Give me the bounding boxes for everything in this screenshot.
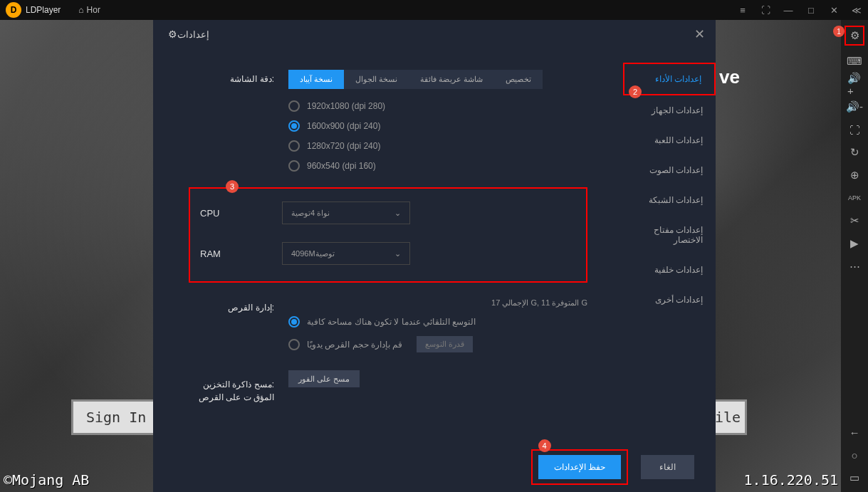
modal-title: إعدادات: [177, 29, 209, 40]
close-icon[interactable]: ✕: [822, 0, 845, 20]
scissors-icon[interactable]: ✂: [847, 214, 862, 228]
game-text: ve: [719, 66, 740, 88]
close-button[interactable]: ✕: [694, 26, 705, 42]
resolution-tab-0[interactable]: نسخة آيباد: [288, 70, 344, 89]
gear-icon: ⚙: [168, 28, 177, 40]
minimize-icon[interactable]: —: [777, 0, 800, 20]
radio-icon: [288, 140, 300, 152]
volume-down-icon[interactable]: 🔊-: [847, 100, 862, 114]
resolution-tab-1[interactable]: نسخة الجوال: [344, 70, 409, 89]
back-icon[interactable]: ←: [847, 425, 862, 439]
right-sidebar: 1 ⚙ ⌨ 🔊+ 🔊- ⛶ ↻ ⊕ APK ✂ ▶ ⋯ ← ○ ▭: [841, 20, 868, 492]
settings-highlight: 1 ⚙: [845, 26, 864, 46]
keyboard-icon[interactable]: ⌨: [847, 54, 862, 68]
recent-icon[interactable]: ▭: [847, 471, 862, 485]
resolution-option-2[interactable]: 1280x720 (dpi 240): [288, 140, 587, 152]
cpu-ram-highlight: 3 CPU ⌄ نواة 4توصية RAM ⌄ توصية4096M: [189, 187, 587, 283]
fullscreen-icon[interactable]: ⛶: [847, 122, 862, 137]
sync-icon[interactable]: ↻: [847, 145, 862, 159]
clear-cache-button[interactable]: مسح على الفور: [288, 370, 360, 387]
nav-item-0[interactable]: إعدادات الأداء2: [623, 63, 716, 95]
home-tab[interactable]: ⌂ Hor: [78, 5, 100, 15]
ldplayer-logo-icon: D: [6, 2, 21, 18]
cpu-select[interactable]: ⌄ نواة 4توصية: [282, 201, 410, 224]
radio-icon: [288, 160, 300, 172]
radio-icon: [288, 120, 300, 132]
badge-2: 2: [629, 85, 642, 98]
cancel-button[interactable]: الغاء: [641, 455, 694, 479]
nav-item-3[interactable]: إعدادات الصوت: [623, 155, 716, 185]
badge-3: 3: [226, 180, 239, 193]
nav-item-7[interactable]: إعدادات أخرى: [623, 285, 716, 315]
menu-icon[interactable]: ≡: [731, 0, 754, 20]
resolution-tab-2[interactable]: شاشة عريضة فائقة: [409, 70, 494, 89]
nav-item-4[interactable]: إعدادات الشبكة: [623, 185, 716, 215]
maximize-icon[interactable]: □: [800, 0, 822, 20]
version: 1.16.220.51: [744, 471, 838, 488]
cache-label: :مسح ذاكرة التخزين المؤق ت على القرص: [189, 374, 274, 404]
disk-manual-option[interactable]: قم بإدارة حجم القرص يدويًا قدرة التوسع: [288, 336, 587, 352]
fullscreen-icon[interactable]: ⛶: [754, 0, 777, 20]
nav-item-5[interactable]: إعدادات مفتاح الاختصار: [623, 215, 716, 255]
more-icon[interactable]: ⋯: [847, 259, 862, 273]
nav-item-2[interactable]: إعدادات اللعبة: [623, 125, 716, 155]
ram-label: RAM: [200, 248, 282, 259]
disk-info: G المتوفرة G, 11 الإجمالي 17: [288, 298, 587, 308]
file-text: ile: [715, 399, 747, 435]
app-name: LDPlayer: [26, 5, 61, 15]
collapse-icon[interactable]: ≪: [845, 0, 868, 20]
radio-icon: [288, 339, 300, 350]
resolution-tab-3[interactable]: تخصيص: [494, 70, 543, 89]
gear-icon[interactable]: ⚙: [847, 28, 862, 43]
settings-modal: ⚙ إعدادات ✕ إعدادات الأداء2إعدادات الجها…: [153, 20, 716, 492]
nav-item-6[interactable]: إعدادات خلفية: [623, 255, 716, 285]
resolution-option-1[interactable]: 1600x900 (dpi 240): [288, 120, 587, 132]
resolution-option-0[interactable]: 1920x1080 (dpi 280): [288, 100, 587, 112]
badge-1: 1: [833, 26, 845, 37]
title-bar: D LDPlayer ⌂ Hor ≡ ⛶ — □ ✕ ≪: [0, 0, 868, 20]
sign-in-button[interactable]: Sign In: [71, 399, 161, 435]
copyright: ©Mojang AB: [4, 471, 89, 488]
resolution-label: :دقة الشاشة: [189, 70, 274, 84]
settings-nav: إعدادات الأداء2إعدادات الجهازإعدادات الل…: [623, 48, 716, 442]
save-button[interactable]: حفظ الإعدادات: [538, 455, 621, 479]
volume-up-icon[interactable]: 🔊+: [847, 77, 862, 91]
play-icon[interactable]: ▶: [847, 236, 862, 251]
badge-4: 4: [538, 439, 551, 452]
radio-icon: [288, 100, 300, 112]
save-highlight: 4 حفظ الإعدادات: [531, 449, 628, 485]
apk-icon[interactable]: APK: [847, 191, 862, 205]
resolution-options: 1920x1080 (dpi 280)1600x900 (dpi 240)128…: [288, 100, 587, 172]
modal-footer: 4 حفظ الإعدادات الغاء: [153, 442, 716, 492]
home-icon[interactable]: ○: [847, 448, 862, 462]
ram-select[interactable]: ⌄ توصية4096M: [282, 242, 410, 265]
expand-button: قدرة التوسع: [417, 336, 473, 352]
add-icon[interactable]: ⊕: [847, 168, 862, 182]
window-controls: ≡ ⛶ — □ ✕ ≪: [731, 0, 868, 20]
modal-header: ⚙ إعدادات ✕: [153, 20, 716, 48]
resolution-tabs: نسخة آيبادنسخة الجوالشاشة عريضة فائقةتخص…: [288, 70, 587, 89]
chevron-down-icon: ⌄: [394, 209, 401, 218]
settings-content: :دقة الشاشة نسخة آيبادنسخة الجوالشاشة عر…: [153, 48, 623, 442]
disk-label: :إدارة القرص: [189, 298, 274, 313]
resolution-option-3[interactable]: 960x540 (dpi 160): [288, 160, 587, 172]
cpu-label: CPU: [200, 208, 282, 219]
nav-item-1[interactable]: إعدادات الجهاز: [623, 95, 716, 125]
chevron-down-icon: ⌄: [394, 249, 401, 258]
radio-icon: [288, 316, 300, 328]
home-icon: ⌂: [78, 5, 83, 15]
disk-auto-option[interactable]: التوسع التلقائي عندما لا تكون هناك مساحة…: [288, 316, 587, 328]
